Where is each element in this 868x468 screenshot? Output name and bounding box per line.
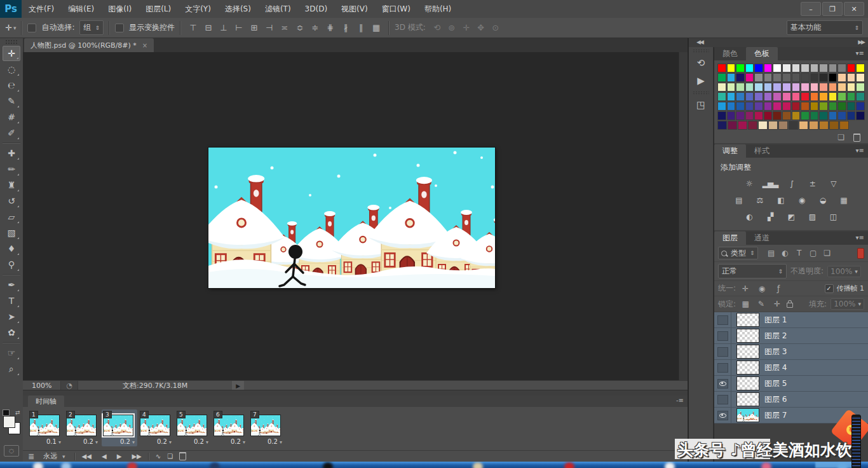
color-swatch[interactable] <box>717 64 726 72</box>
color-swatch[interactable] <box>758 121 768 130</box>
menu-item[interactable]: 视图(V) <box>334 0 375 18</box>
swap-colors-icon[interactable]: ⇄ <box>15 410 20 416</box>
color-swatch[interactable] <box>856 83 865 92</box>
lasso-tool[interactable]: ℮ <box>3 78 20 93</box>
lock-position-icon[interactable]: ✛ <box>771 299 783 308</box>
tab-adjustments[interactable]: 调整 <box>714 144 746 158</box>
menu-item[interactable]: 帮助(H) <box>417 0 458 18</box>
color-swatch[interactable] <box>717 73 726 82</box>
color-swatch[interactable] <box>754 83 763 92</box>
color-swatch[interactable] <box>837 111 846 120</box>
color-swatch[interactable] <box>768 121 778 130</box>
zoom-level-field[interactable]: 100% <box>23 382 60 390</box>
color-swatch[interactable] <box>773 64 782 72</box>
color-swatch[interactable] <box>727 73 736 82</box>
unify-position-icon[interactable]: ✛ <box>740 284 751 293</box>
taskbar-icon[interactable] <box>473 462 483 468</box>
menu-item[interactable]: 滤镜(T) <box>258 0 298 18</box>
animation-frame-3[interactable]: 30.2 ▾ <box>102 410 137 446</box>
color-swatch[interactable] <box>829 102 837 111</box>
color-swatch[interactable] <box>738 121 747 130</box>
frame-duration-dropdown[interactable]: 0.2 ▾ <box>214 436 247 445</box>
new-swatch-button[interactable]: ❏ <box>837 133 844 142</box>
panel-strip-grip[interactable] <box>693 91 709 95</box>
distribute-bottom-edges[interactable]: ≑ <box>308 23 322 32</box>
distribute-horizontal-centers[interactable]: ∦ <box>339 23 353 32</box>
color-swatch[interactable] <box>819 111 828 120</box>
visibility-toggle[interactable] <box>714 392 731 407</box>
taskbar-icon[interactable] <box>61 462 71 468</box>
color-swatch[interactable] <box>839 121 849 130</box>
distribute-left-edges[interactable]: ⋕ <box>323 23 337 32</box>
color-swatch[interactable] <box>754 73 763 82</box>
frame-duration-dropdown[interactable]: 0.2 ▾ <box>140 436 173 445</box>
animation-frame-7[interactable]: 70.2 ▾ <box>249 410 285 446</box>
align-horizontal-centers[interactable]: ⊞ <box>247 23 261 32</box>
layer-row[interactable]: 图层 3 <box>714 344 868 360</box>
color-swatch[interactable] <box>745 102 754 111</box>
delete-swatch-button[interactable] <box>853 134 860 142</box>
blend-mode-dropdown[interactable]: 正常⇕ <box>718 264 787 279</box>
color-swatch[interactable] <box>837 92 846 101</box>
color-swatch[interactable] <box>847 102 856 111</box>
color-swatch[interactable] <box>819 92 828 101</box>
duplicate-frame-button[interactable]: ❏ <box>167 453 173 460</box>
color-swatch[interactable] <box>736 83 745 92</box>
layer-thumbnail[interactable] <box>736 361 759 375</box>
hand-tool[interactable]: ☞ <box>3 345 20 361</box>
color-swatch[interactable] <box>829 111 837 120</box>
align-left-edges[interactable]: ⊢ <box>232 23 246 32</box>
layer-row[interactable]: 图层 5 <box>714 376 868 392</box>
color-swatch[interactable] <box>764 83 773 92</box>
lock-all-icon[interactable] <box>787 303 793 308</box>
pen-tool[interactable]: ✒ <box>3 277 20 292</box>
color-swatch[interactable] <box>819 73 828 82</box>
color-swatch[interactable] <box>782 64 791 72</box>
tab-channels[interactable]: 通道 <box>746 231 778 245</box>
color-swatch[interactable] <box>847 111 856 120</box>
menu-item[interactable]: 编辑(E) <box>61 0 101 18</box>
layer-row[interactable]: 图层 4 <box>714 360 868 376</box>
color-swatch[interactable] <box>856 102 865 111</box>
blur-tool[interactable]: ♦ <box>3 241 20 256</box>
healing-brush-tool[interactable]: ✚ <box>3 146 20 161</box>
color-swatch[interactable] <box>792 83 801 92</box>
taskbar-icon[interactable] <box>837 462 848 468</box>
color-swatch[interactable] <box>773 92 782 101</box>
frame-duration-dropdown[interactable]: 0.2 ▾ <box>250 436 283 445</box>
color-swatch[interactable] <box>764 102 773 111</box>
toolbar-grip[interactable] <box>5 39 18 45</box>
exposure-icon[interactable]: ± <box>804 178 820 189</box>
taskbar-icon[interactable] <box>210 462 220 468</box>
color-swatch[interactable] <box>736 111 745 120</box>
previous-frame-button[interactable]: ◀ <box>102 453 107 460</box>
color-swatch[interactable] <box>792 102 801 111</box>
color-swatch[interactable] <box>829 73 837 82</box>
filter-switch[interactable] <box>857 248 864 259</box>
color-swatch[interactable] <box>792 92 801 101</box>
close-button[interactable]: ✕ <box>844 2 864 16</box>
color-swatch[interactable] <box>727 111 736 120</box>
lock-transparency-icon[interactable]: ▦ <box>740 299 751 308</box>
color-swatch[interactable] <box>773 102 782 111</box>
menu-item[interactable]: 选择(S) <box>218 0 258 18</box>
color-swatch[interactable] <box>754 111 763 120</box>
animation-frame-6[interactable]: 60.2 ▾ <box>212 410 248 446</box>
frame-duration-dropdown[interactable]: 0.1 ▾ <box>29 436 62 445</box>
current-tool-icon[interactable]: ✛▾ <box>5 23 16 32</box>
channel-mixer-icon[interactable]: ◒ <box>815 195 831 206</box>
color-swatch[interactable] <box>810 111 819 120</box>
color-swatch[interactable] <box>773 73 782 82</box>
color-swatch[interactable] <box>764 92 773 101</box>
panel-menu-icon[interactable]: ▾≡ <box>856 50 864 57</box>
color-swatch[interactable] <box>727 83 736 92</box>
align-right-edges[interactable]: ⊣ <box>262 23 276 32</box>
minimize-button[interactable]: – <box>801 2 821 16</box>
posterize-icon[interactable]: ▞ <box>763 211 778 223</box>
tab-close-icon[interactable]: × <box>142 42 147 49</box>
animation-frame-2[interactable]: 20.2 ▾ <box>65 410 100 446</box>
black-white-icon[interactable]: ◧ <box>773 195 789 206</box>
animation-frame-1[interactable]: 10.1 ▾ <box>28 410 64 446</box>
loop-count-dropdown[interactable]: 永远▾ <box>41 451 68 461</box>
layer-thumbnail[interactable] <box>736 345 759 359</box>
